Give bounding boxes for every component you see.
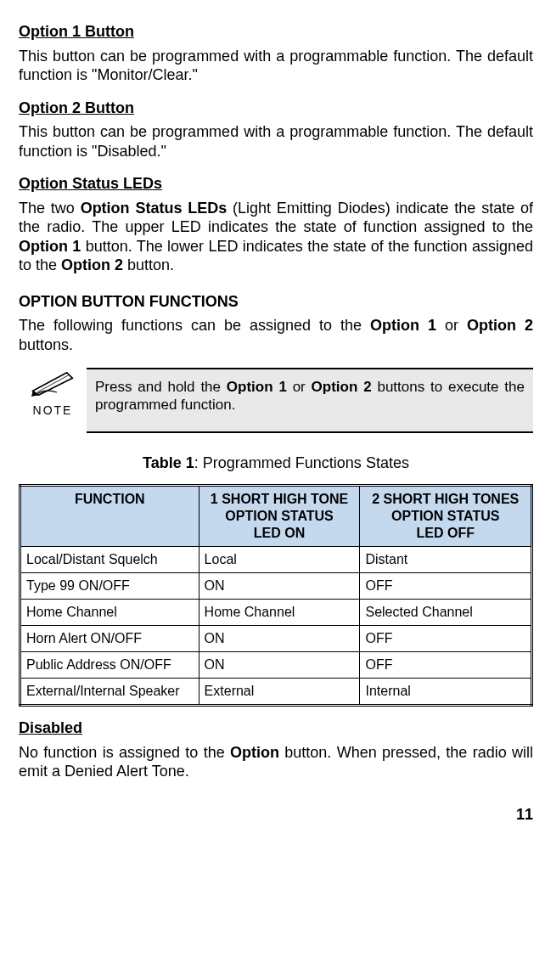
- text: The following functions can be assigned …: [19, 317, 370, 334]
- text-bold: Option 2: [467, 317, 533, 334]
- col-header-function: FUNCTION: [20, 486, 199, 547]
- note-icon-column: NOTE: [19, 368, 87, 433]
- text-bold: Option: [230, 744, 279, 761]
- text: LED ON: [254, 526, 305, 540]
- table-row: Home Channel Home Channel Selected Chann…: [20, 600, 532, 626]
- cell-on: ON: [199, 652, 360, 679]
- text-bold: Option 1: [227, 379, 287, 395]
- heading-disabled: Disabled: [19, 718, 533, 738]
- cell-on: ON: [199, 573, 360, 600]
- text: Press and hold the: [95, 379, 227, 395]
- heading-option1: Option 1 Button: [19, 22, 533, 42]
- paragraph-option2: This button can be programmed with a pro…: [19, 122, 533, 161]
- heading-option-status-leds: Option Status LEDs: [19, 174, 533, 194]
- cell-on: Home Channel: [199, 600, 360, 626]
- paragraph-option-status-leds: The two Option Status LEDs (Light Emitti…: [19, 199, 533, 275]
- heading-option2: Option 2 Button: [19, 99, 533, 118]
- text: 1 SHORT HIGH TONE: [211, 492, 348, 506]
- heading-option-button-functions: OPTION BUTTON FUNCTIONS: [19, 292, 533, 312]
- text: button.: [123, 256, 174, 273]
- text: or: [436, 317, 467, 334]
- cell-off: OFF: [360, 626, 532, 652]
- note-block: NOTE Press and hold the Option 1 or Opti…: [19, 368, 533, 433]
- text: OPTION STATUS: [225, 509, 333, 523]
- cell-on: Local: [199, 547, 360, 573]
- table-title: Table 1: Programmed Functions States: [19, 453, 533, 473]
- table-title-rest: : Programmed Functions States: [194, 454, 409, 471]
- svg-line-1: [37, 375, 69, 392]
- page-number: 11: [19, 805, 533, 825]
- text: No function is assigned to the: [19, 744, 230, 761]
- cell-function: Home Channel: [20, 600, 199, 626]
- cell-off: Internal: [360, 679, 532, 706]
- table-row: Public Address ON/OFF ON OFF: [20, 652, 532, 679]
- text: LED OFF: [417, 526, 475, 540]
- col-header-led-off: 2 SHORT HIGH TONES OPTION STATUS LED OFF: [360, 486, 532, 547]
- table-row: External/Internal Speaker External Inter…: [20, 679, 532, 706]
- text-bold: Option 1: [370, 317, 436, 334]
- text: 2 SHORT HIGH TONES: [372, 492, 519, 506]
- note-text: Press and hold the Option 1 or Option 2 …: [87, 368, 533, 433]
- cell-off: Selected Channel: [360, 600, 532, 626]
- table-title-bold: Table 1: [143, 454, 194, 471]
- text: OPTION STATUS: [391, 509, 499, 523]
- text-bold: Option 2: [61, 256, 123, 273]
- table-row: Horn Alert ON/OFF ON OFF: [20, 626, 532, 652]
- text-bold: Option 1: [19, 238, 81, 255]
- pencil-note-icon: [31, 371, 74, 402]
- cell-function: Local/Distant Squelch: [20, 547, 199, 573]
- cell-function: Type 99 ON/OFF: [20, 573, 199, 600]
- text: buttons.: [19, 336, 73, 353]
- cell-function: Horn Alert ON/OFF: [20, 626, 199, 652]
- text: The two: [19, 200, 81, 217]
- table-row: Type 99 ON/OFF ON OFF: [20, 573, 532, 600]
- table-header-row: FUNCTION 1 SHORT HIGH TONE OPTION STATUS…: [20, 486, 532, 547]
- cell-off: OFF: [360, 652, 532, 679]
- cell-on: ON: [199, 626, 360, 652]
- col-header-led-on: 1 SHORT HIGH TONE OPTION STATUS LED ON: [199, 486, 360, 547]
- cell-off: OFF: [360, 573, 532, 600]
- note-label: NOTE: [33, 403, 73, 419]
- cell-off: Distant: [360, 547, 532, 573]
- text: or: [287, 379, 312, 395]
- functions-table: FUNCTION 1 SHORT HIGH TONE OPTION STATUS…: [19, 484, 533, 707]
- paragraph-disabled: No function is assigned to the Option bu…: [19, 743, 533, 781]
- text-bold: Option Status LEDs: [81, 200, 228, 217]
- cell-on: External: [199, 679, 360, 706]
- text-bold: Option 2: [312, 379, 372, 395]
- table-row: Local/Distant Squelch Local Distant: [20, 547, 532, 573]
- table-body: Local/Distant Squelch Local Distant Type…: [20, 547, 532, 706]
- cell-function: External/Internal Speaker: [20, 679, 199, 706]
- paragraph-option-button-functions: The following functions can be assigned …: [19, 316, 533, 354]
- paragraph-option1: This button can be programmed with a pro…: [19, 47, 533, 85]
- cell-function: Public Address ON/OFF: [20, 652, 199, 679]
